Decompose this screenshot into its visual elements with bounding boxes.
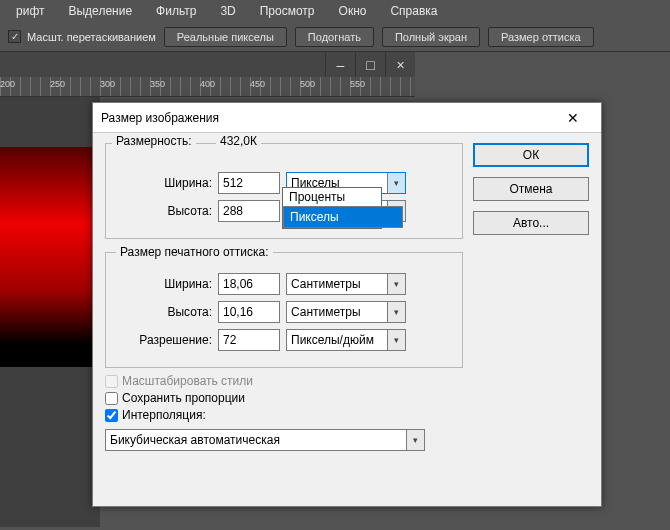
minimize-button[interactable]: – xyxy=(325,52,355,77)
resolution-input[interactable] xyxy=(218,329,280,351)
interpolation-label: Интерполяция: xyxy=(122,408,206,422)
scale-styles-label: Масштабировать стили xyxy=(122,374,253,388)
horizontal-ruler: 200 250 300 350 400 450 500 550 xyxy=(0,77,415,97)
chevron-down-icon: ▾ xyxy=(406,430,424,450)
scale-styles-checkbox xyxy=(105,375,118,388)
menu-help[interactable]: Справка xyxy=(378,1,449,21)
dimensions-label: Размерность: xyxy=(112,134,196,148)
options-bar: ✓ Масшт. перетаскиванием Реальные пиксел… xyxy=(0,22,670,52)
print-width-label: Ширина: xyxy=(116,277,212,291)
print-height-label: Высота: xyxy=(116,305,212,319)
canvas-area xyxy=(0,97,100,527)
dimensions-value: 432,0К xyxy=(216,134,261,148)
dialog-title: Размер изображения xyxy=(101,111,219,125)
maximize-button[interactable]: □ xyxy=(355,52,385,77)
height-label: Высота: xyxy=(116,204,212,218)
ok-button[interactable]: ОК xyxy=(473,143,589,167)
chevron-down-icon: ▾ xyxy=(387,173,405,193)
menu-select[interactable]: Выделение xyxy=(56,1,144,21)
unit-option-pixels[interactable]: Пикселы xyxy=(283,206,403,228)
chevron-down-icon: ▾ xyxy=(387,330,405,350)
auto-button[interactable]: Авто... xyxy=(473,211,589,235)
print-size-group: Размер печатного оттиска: Ширина: Сантим… xyxy=(105,245,463,368)
dialog-titlebar[interactable]: Размер изображения ✕ xyxy=(93,103,601,133)
close-dialog-button[interactable]: ✕ xyxy=(553,104,593,132)
menu-bar: рифт Выделение Фильтр 3D Просмотр Окно С… xyxy=(0,0,670,22)
actual-pixels-button[interactable]: Реальные пикселы xyxy=(164,27,287,47)
menu-window[interactable]: Окно xyxy=(327,1,379,21)
print-height-input[interactable] xyxy=(218,301,280,323)
unit-option-percent[interactable]: Проценты xyxy=(283,188,381,206)
chevron-down-icon: ▾ xyxy=(387,274,405,294)
height-input[interactable] xyxy=(218,200,280,222)
print-size-button[interactable]: Размер оттиска xyxy=(488,27,594,47)
constrain-proportions-label: Сохранить пропорции xyxy=(122,391,245,405)
width-input[interactable] xyxy=(218,172,280,194)
document-image[interactable] xyxy=(0,147,96,367)
interpolation-checkbox[interactable] xyxy=(105,409,118,422)
menu-3d[interactable]: 3D xyxy=(208,1,247,21)
interpolation-select[interactable]: Бикубическая автоматическая ▾ xyxy=(105,429,425,451)
image-size-dialog: Размер изображения ✕ Размерность: 432,0К… xyxy=(92,102,602,507)
print-size-legend: Размер печатного оттиска: xyxy=(116,245,273,259)
drag-zoom-label: Масшт. перетаскиванием xyxy=(27,31,156,43)
drag-zoom-checkbox[interactable]: ✓ Масшт. перетаскиванием xyxy=(8,30,156,43)
width-label: Ширина: xyxy=(116,176,212,190)
cancel-button[interactable]: Отмена xyxy=(473,177,589,201)
fit-screen-button[interactable]: Подогнать xyxy=(295,27,374,47)
document-window-titlebar: – □ × xyxy=(0,52,415,77)
check-icon: ✓ xyxy=(8,30,21,43)
print-height-unit-select[interactable]: Сантиметры ▾ xyxy=(286,301,406,323)
resolution-label: Разрешение: xyxy=(116,333,212,347)
print-width-unit-select[interactable]: Сантиметры ▾ xyxy=(286,273,406,295)
constrain-proportions-checkbox[interactable] xyxy=(105,392,118,405)
resolution-unit-select[interactable]: Пикселы/дюйм ▾ xyxy=(286,329,406,351)
print-width-input[interactable] xyxy=(218,273,280,295)
full-screen-button[interactable]: Полный экран xyxy=(382,27,480,47)
menu-filter[interactable]: Фильтр xyxy=(144,1,208,21)
close-doc-button[interactable]: × xyxy=(385,52,415,77)
menu-view[interactable]: Просмотр xyxy=(248,1,327,21)
unit-dropdown-list[interactable]: Проценты Пикселы xyxy=(282,187,382,229)
chevron-down-icon: ▾ xyxy=(387,302,405,322)
menu-type[interactable]: рифт xyxy=(4,1,56,21)
